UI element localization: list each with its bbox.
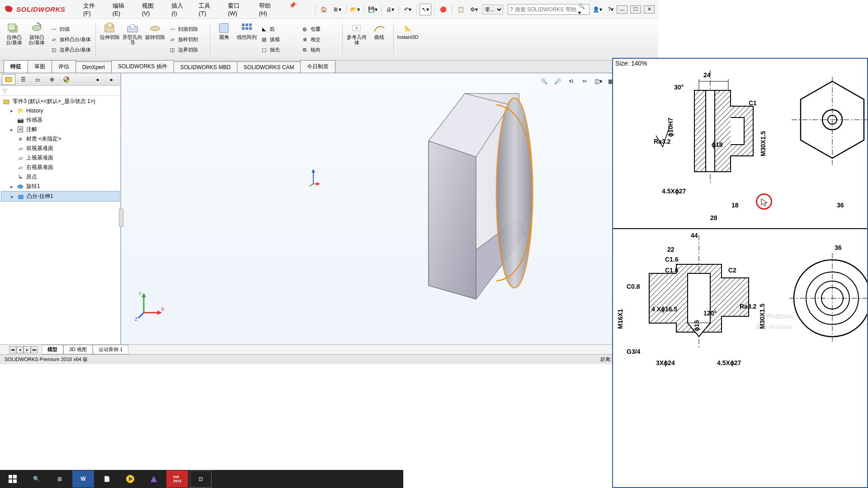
tree-material[interactable]: ≡材质 <未指定> — [1, 134, 119, 144]
help-search-box[interactable]: ? 🔍▾ — [508, 4, 590, 15]
svg-rect-4 — [108, 23, 112, 28]
fillet-button[interactable]: 圆角 — [213, 21, 236, 58]
boundary-button[interactable]: ◫边界凸台/基体 — [48, 45, 93, 55]
tab-cam[interactable]: SOLIDWORKS CAM — [237, 61, 301, 73]
wrap-button[interactable]: ◍包覆 — [299, 24, 340, 34]
settings-icon[interactable]: ⚙▾ — [468, 4, 480, 15]
folder-icon: 📁 — [16, 107, 24, 114]
extrude-boss-button[interactable]: 拉伸凸台/基体 — [3, 21, 25, 58]
search-icon[interactable]: 🔍▾ — [578, 3, 588, 16]
extrude-cut-button[interactable]: 拉伸切除 — [99, 21, 121, 58]
extrude-cut-icon — [103, 22, 117, 34]
prev-view-icon[interactable]: ⟲ — [565, 76, 577, 87]
menu-tools[interactable]: 工具(T) — [194, 0, 222, 19]
tab-nav-first[interactable]: ⏮ — [9, 346, 16, 353]
instant3d-button[interactable]: 📐Instant3D — [396, 21, 419, 58]
tab-mbd[interactable]: SOLIDWORKS MBD — [174, 61, 237, 73]
tab-features[interactable]: 特征 — [4, 60, 28, 73]
maximize-button[interactable]: ☐ — [630, 5, 641, 14]
tab-nav-last[interactable]: ⏭ — [31, 346, 38, 353]
linear-pattern-button[interactable]: 线性阵列 — [236, 21, 258, 58]
tab-sketch[interactable]: 草图 — [28, 60, 52, 73]
menu-window[interactable]: 窗口(W) — [223, 0, 254, 19]
help-icon[interactable]: ?▾ — [605, 4, 617, 15]
mirror-button[interactable]: ⧉镜向 — [299, 45, 340, 55]
draft-button[interactable]: ▧拔模 — [258, 35, 299, 45]
tree-filter[interactable]: ▽ — [0, 86, 120, 96]
tree-history[interactable]: ▸📁History — [1, 106, 119, 115]
property-manager-tab-icon[interactable]: ☰ — [16, 74, 30, 85]
tree-plane-right[interactable]: ▱右视基准面 — [1, 163, 119, 172]
tab-plugin[interactable]: SOLIDWORKS 插件 — [111, 60, 174, 73]
tree-plane-front[interactable]: ▱前视基准面 — [1, 144, 119, 153]
display-manager-tab-icon[interactable] — [60, 74, 73, 85]
print-icon[interactable]: 🖨▾ — [384, 4, 396, 15]
help-search-input[interactable] — [515, 6, 578, 13]
menu-insert[interactable]: 插入(I) — [167, 0, 193, 19]
curves-button[interactable]: 曲线 — [368, 21, 391, 58]
tab-evaluate[interactable]: 评估 — [52, 60, 76, 73]
rib-button[interactable]: ◣筋 — [258, 24, 299, 34]
sweep-button[interactable]: 〰扫描 — [48, 24, 93, 34]
tree-plane-top[interactable]: ▱上视基准面 — [1, 153, 119, 163]
panel-splitter[interactable] — [119, 209, 123, 227]
boundary-cut-button[interactable]: ◫边界切除 — [166, 45, 207, 55]
new-doc-icon[interactable]: 🗎▾ — [332, 4, 344, 15]
tree-revolve1[interactable]: ▸旋转1 — [1, 182, 119, 191]
sweep-cut-button[interactable]: 〰扫描切除 — [166, 24, 207, 34]
doc-tab-3dview[interactable]: 3D 视图 — [63, 345, 93, 354]
extrude-boss-icon — [7, 22, 21, 34]
view-triad[interactable]: Y X Z — [135, 290, 166, 322]
menu-edit[interactable]: 编辑(E) — [108, 0, 137, 19]
hole-wizard-button[interactable]: 异型孔向导 — [121, 21, 144, 58]
title-bar: SOLIDWORKS 文件(F) 编辑(E) 视图(V) 插入(I) 工具(T)… — [0, 0, 658, 19]
revolve-cut-button[interactable]: 旋转切除 — [144, 21, 166, 58]
intersect-button[interactable]: ⊗相交 — [299, 35, 340, 45]
menu-file[interactable]: 文件(F) — [79, 0, 107, 19]
tree-annotations[interactable]: ▸🄰注解 — [1, 125, 119, 134]
panel-nav-next-icon[interactable]: ▸ — [105, 74, 118, 85]
select-icon[interactable]: ↖▾ — [420, 4, 431, 15]
tree-extrude1[interactable]: ▸凸台-拉伸1 — [1, 191, 119, 202]
home-icon[interactable]: 🏠 — [318, 4, 330, 15]
doc-tab-motion[interactable]: 运动算例 1 — [93, 345, 128, 354]
menu-pin-icon[interactable]: 📌 — [284, 0, 301, 19]
open-icon[interactable]: 📂▾ — [349, 4, 361, 15]
view-orientation-icon[interactable]: ◫▾ — [592, 76, 604, 87]
shell-button[interactable]: ▢抽壳 — [258, 45, 299, 55]
tab-dimxpert[interactable]: DimXpert — [75, 61, 112, 73]
loft-cut-button[interactable]: ▱放样切割 — [166, 35, 207, 45]
tree-sensors[interactable]: 📷传感器 — [1, 115, 119, 125]
tree-root[interactable]: 零件3 (默认<<默认>_显示状态 1>) — [1, 97, 119, 106]
tab-today[interactable]: 今日制造 — [300, 60, 335, 73]
panel-nav-prev-icon[interactable]: ◂ — [90, 74, 104, 85]
config-combo[interactable]: 零... — [482, 5, 503, 14]
minimize-button[interactable]: — — [617, 5, 627, 14]
menu-view[interactable]: 视图(V) — [137, 0, 166, 19]
revolve-boss-button[interactable]: 旋转凸台/基体 — [25, 21, 48, 58]
reference-image-overlay[interactable]: Size: 140% 24 30° C1 ϕ10H7 ϕ18 M30X1.5 R… — [612, 58, 658, 369]
undo-icon[interactable]: ↶▾ — [402, 4, 414, 15]
reference-geometry-button[interactable]: 参考几何体 — [345, 21, 368, 58]
user-icon[interactable]: 👤▾ — [591, 4, 603, 15]
tab-nav-next[interactable]: ▸ — [24, 346, 31, 353]
section-view-icon[interactable]: ✂ — [579, 76, 590, 87]
config-manager-tab-icon[interactable]: ⚏ — [31, 74, 44, 85]
menu-help[interactable]: 帮助(H) — [255, 0, 283, 19]
quick-access-toolbar: 🏠 🗎▾ 📂▾ 💾▾ 🖨▾ ↶▾ ↖▾ 🔴 📋 ⚙▾ 零... ? 🔍▾ 👤▾ … — [314, 4, 617, 15]
svg-rect-10 — [249, 23, 252, 26]
dimxpert-tab-icon[interactable]: ⊕ — [45, 74, 59, 85]
rib-icon: ◣ — [260, 25, 268, 33]
loft-button[interactable]: ▱放样凸台/基体 — [48, 35, 93, 45]
shell-icon: ▢ — [260, 46, 268, 54]
tab-nav-prev[interactable]: ◂ — [16, 346, 24, 353]
feature-tree-tab-icon[interactable] — [2, 74, 15, 85]
doc-tab-model[interactable]: 模型 — [42, 345, 63, 354]
rebuild-icon[interactable]: 🔴 — [437, 4, 449, 15]
save-icon[interactable]: 💾▾ — [367, 4, 378, 15]
overlay-zoom-label: Size: 140% — [615, 60, 647, 67]
tree-origin[interactable]: ↳原点 — [1, 172, 119, 182]
options-icon[interactable]: 📋 — [455, 4, 467, 15]
close-button[interactable]: ✕ — [644, 5, 655, 14]
graphics-viewport[interactable]: 🔍 🔎 ⟲ ✂ ◫▾ ▦▾ 👁▾ 🎨▾ — [121, 73, 658, 344]
